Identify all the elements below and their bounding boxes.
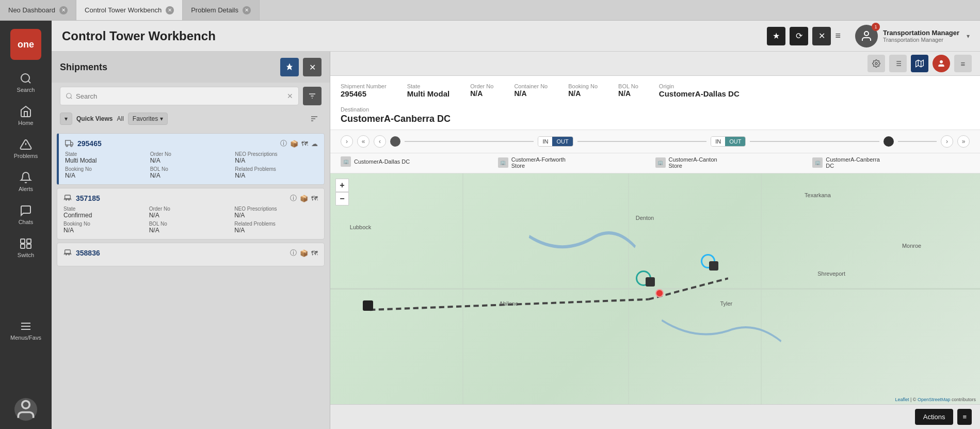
user-avatar-sidebar[interactable] — [14, 398, 37, 421]
user-avatar-header[interactable]: 1 — [855, 25, 878, 47]
list-view-button[interactable] — [889, 55, 907, 72]
tl-nav-left[interactable]: › — [341, 135, 353, 148]
sidebar-item-switch[interactable]: Switch — [0, 233, 52, 262]
table-row[interactable]: 295465 ⓘ 📦 🗺 ☁ State — [57, 133, 325, 185]
sidebar-item-menus-favs[interactable]: Menus/Favs — [0, 316, 52, 345]
stop-building-icon-4: 🏢 — [812, 157, 823, 168]
refresh-button[interactable]: ⟳ — [790, 27, 808, 45]
map-icon-2[interactable]: 🗺 — [311, 195, 318, 202]
tl-nav-right-1[interactable]: › — [941, 135, 953, 148]
destination-label: Destination — [341, 106, 369, 113]
map-pin-canton-red[interactable] — [655, 289, 664, 297]
list-item: 🏢 CustomerA-Canberra DC — [812, 156, 970, 169]
tl-dot-1[interactable] — [390, 136, 400, 147]
box-icon-1[interactable]: 📦 — [290, 140, 298, 148]
tl-nav-prev[interactable]: ‹ — [374, 135, 386, 148]
info-origin: Origin CustomerA-Dallas DC — [659, 83, 762, 98]
pin-button[interactable] — [280, 58, 299, 76]
map-icon-3[interactable]: 🗺 — [311, 249, 318, 257]
search-clear-icon[interactable]: ✕ — [287, 92, 293, 100]
info-icon-3[interactable]: ⓘ — [290, 248, 297, 258]
order-no-value: N/A — [470, 89, 493, 98]
box-icon-2[interactable]: 📦 — [300, 195, 308, 202]
tl-out-2[interactable]: OUT — [725, 137, 745, 146]
tl-in-2[interactable]: IN — [711, 137, 725, 146]
container-no-value: N/A — [514, 89, 548, 98]
quick-views-dropdown[interactable]: ▾ — [60, 113, 72, 125]
tl-nav-right-2[interactable]: » — [957, 135, 970, 148]
info-bol-no: BOL No N/A — [618, 83, 638, 98]
gear-icon — [872, 59, 880, 68]
field-order-2: Order No N/A — [149, 206, 233, 219]
tl-out-1[interactable]: OUT — [552, 137, 572, 146]
shipment-card-header-3: 358836 ⓘ 📦 🗺 — [63, 248, 318, 258]
tab-control-tower-close[interactable]: ✕ — [166, 6, 174, 14]
header-menu-button[interactable]: ≡ — [835, 30, 841, 41]
favorites-dropdown[interactable]: Favorites ▾ — [128, 113, 168, 125]
user-avatar-detail[interactable] — [933, 55, 950, 72]
svg-rect-4 — [21, 239, 25, 243]
search-input-wrap[interactable]: ✕ — [60, 87, 299, 105]
tl-dot-end[interactable] — [883, 136, 894, 147]
sidebar-item-home[interactable]: Home — [0, 101, 52, 130]
favorite-button[interactable]: ★ — [767, 27, 785, 45]
zoom-out-button[interactable]: − — [335, 192, 349, 205]
page-title: Control Tower Workbench — [62, 29, 216, 43]
actions-menu-button[interactable]: ≡ — [957, 409, 972, 425]
tab-problem-details-close[interactable]: ✕ — [243, 6, 251, 14]
openstreetmap-link[interactable]: OpenStreetMap — [918, 397, 951, 402]
avatar-icon — [14, 398, 37, 421]
svg-point-23 — [66, 145, 68, 147]
map-icon-1[interactable]: 🗺 — [301, 140, 308, 148]
info-order-no: Order No N/A — [470, 83, 493, 98]
shipment-number-1: 295465 — [77, 139, 102, 148]
order-no-label: Order No — [470, 83, 493, 89]
search-input-icon — [66, 92, 73, 100]
user-dropdown-arrow[interactable]: ▾ — [967, 33, 970, 40]
tab-problem-details[interactable]: Problem Details ✕ — [183, 0, 260, 20]
tab-neo-dashboard[interactable]: Neo Dashboard ✕ — [0, 0, 76, 20]
more-options-button[interactable]: ≡ — [954, 55, 972, 72]
destination-value: CustomerA-Canberra DC — [341, 114, 970, 124]
train-icon — [63, 194, 72, 202]
search-row: ✕ — [52, 83, 330, 109]
sidebar-item-alerts[interactable]: Alerts — [0, 167, 52, 196]
box-icon-3[interactable]: 📦 — [300, 249, 308, 257]
table-row[interactable]: 357185 ⓘ 📦 🗺 State Confirmed — [57, 188, 325, 240]
field-neo-2: NEO Prescriptions N/A — [234, 206, 318, 219]
shipment-fields-1: State Multi Modal Order No N/A NEO Presc… — [65, 151, 318, 179]
sidebar-item-problems[interactable]: Problems — [0, 134, 52, 163]
zoom-in-button[interactable]: + — [335, 179, 349, 192]
sidebar-item-search[interactable]: Search — [0, 68, 52, 97]
settings-button[interactable] — [867, 55, 885, 72]
cloud-icon-1[interactable]: ☁ — [311, 140, 318, 148]
tl-in-1[interactable]: IN — [538, 137, 552, 146]
actions-button[interactable]: Actions — [915, 409, 954, 425]
map-view-button[interactable] — [911, 55, 928, 72]
tl-nav-first[interactable]: « — [357, 135, 369, 148]
svg-line-14 — [71, 98, 72, 99]
table-row[interactable]: 358836 ⓘ 📦 🗺 — [57, 243, 325, 266]
app-logo[interactable]: one — [10, 29, 41, 60]
tab-control-tower[interactable]: Control Tower Workbench ✕ — [76, 0, 183, 20]
map-pin-canton[interactable] — [709, 261, 718, 271]
stop-name-1: CustomerA-Dallas DC — [354, 158, 410, 165]
close-page-button[interactable]: ✕ — [812, 27, 831, 45]
close-panel-button[interactable]: ✕ — [303, 58, 322, 76]
search-input[interactable] — [76, 92, 287, 100]
map-area[interactable]: Lubbock Denton Texarkana Abilene Tyler S… — [330, 173, 980, 404]
sidebar-item-chats[interactable]: Chats — [0, 200, 52, 229]
tab-neo-dashboard-close[interactable]: ✕ — [59, 6, 68, 14]
filter-button[interactable] — [303, 87, 322, 105]
map-pin-fortworth[interactable] — [646, 277, 655, 287]
info-icon-1[interactable]: ⓘ — [280, 139, 287, 148]
sort-button[interactable] — [307, 112, 322, 126]
svg-point-41 — [940, 60, 942, 63]
bol-no-value: N/A — [618, 89, 638, 98]
map-pin-dallas[interactable] — [363, 300, 373, 311]
leaflet-link[interactable]: Leaflet — [895, 397, 909, 402]
svg-marker-38 — [916, 60, 924, 67]
info-icon-2[interactable]: ⓘ — [290, 194, 297, 203]
bol-no-label: BOL No — [618, 83, 638, 89]
shipments-panel: Shipments ✕ ✕ — [52, 52, 330, 429]
